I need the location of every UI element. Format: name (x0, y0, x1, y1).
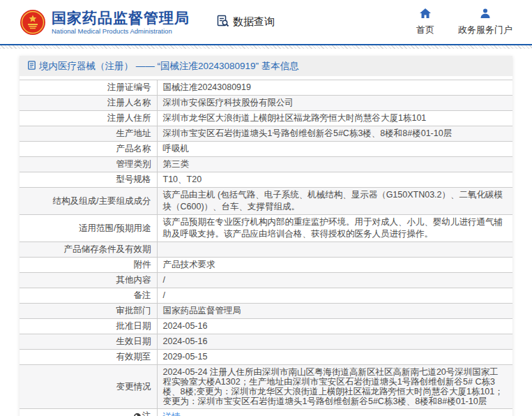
document-icon (28, 61, 39, 72)
field-label: 结构及组成/主要组成成分 (20, 188, 157, 215)
field-value: 第三类 (157, 157, 512, 172)
field-label: 变更情况 (20, 365, 157, 409)
data-query-button[interactable]: 数据查询 (216, 14, 275, 31)
field-label: 审批部门 (20, 304, 157, 319)
note-bulb-icon (134, 413, 141, 416)
table-row: 生效日期 2024-05-16 (20, 334, 512, 350)
field-label: 产品名称 (20, 142, 157, 157)
field-label: 备注 (20, 288, 157, 304)
nav-item-gov-portal[interactable]: 政务服务门户 (458, 8, 512, 36)
table-row: 适用范围/预期用途 该产品预期在专业医疗机构内部的重症监护环境。用于对成人、小儿… (20, 215, 512, 242)
site-title: 国家药品监督管理局 (52, 10, 190, 27)
field-label: 型号规格 (20, 172, 157, 188)
field-label: 产品储存条件及有效期 (20, 242, 157, 258)
field-label: 注册证编号 (20, 80, 157, 96)
table-row: 注册人住所 深圳市龙华区大浪街道上横朗社区福龙路旁恒大时尚慧谷大厦1栋101 (20, 111, 512, 126)
person-icon (480, 8, 490, 21)
field-label: 注 (20, 409, 157, 416)
field-value: 深圳市宝安区石岩街道塘头1号路创维创新谷5#C栋3楼、8楼和8#楼01-10层 (157, 126, 512, 142)
field-value: / (157, 288, 512, 304)
field-value: 2024-05-16 (157, 319, 512, 334)
field-label: 其他内容 (20, 273, 157, 288)
field-label: 管理类别 (20, 157, 157, 172)
table-row: 产品名称 呼吸机 (20, 142, 512, 157)
table-row: 管理类别 第三类 (20, 157, 512, 172)
home-icon (420, 8, 431, 21)
main-content: 境内医疗器械（注册） —— “国械注准20243080919” 基本信息 注册证… (20, 56, 512, 416)
table-row: 结构及组成/主要组成成分 该产品由主机 (包括气路、电子系统、机械结构、显示器（… (20, 188, 512, 215)
site-title-block: 国家药品监督管理局 National Medical Products Admi… (52, 10, 190, 35)
note-label-text: 注 (142, 410, 151, 416)
field-value: 2029-05-15 (157, 350, 512, 365)
table-row: 注册人名称 深圳市安保医疗科技股份有限公司 (20, 96, 512, 111)
nav-item-home-label: 首页 (416, 24, 434, 36)
field-label: 附件 (20, 258, 157, 273)
table-row: 其他内容 / (20, 273, 512, 288)
table-row: 附件 产品技术要求 (20, 258, 512, 273)
breadcrumb-text: 境内医疗器械（注册） —— “国械注准20243080919” 基本信息 (39, 60, 299, 73)
field-label: 适用范围/预期用途 (20, 215, 157, 242)
field-value: 产品技术要求 (157, 258, 512, 273)
header-hatch-strip (0, 45, 532, 49)
field-value: 详情 (157, 409, 512, 416)
field-label: 生效日期 (20, 334, 157, 350)
field-label: 有效期至 (20, 350, 157, 365)
table-row: 注册证编号 国械注准20243080919 (20, 80, 512, 96)
field-value: T10、T20 (157, 172, 512, 188)
field-value: / (157, 273, 512, 288)
breadcrumb: 境内医疗器械（注册） —— “国械注准20243080919” 基本信息 (20, 56, 512, 76)
detail-link[interactable]: 详情 (163, 412, 181, 416)
field-label: 注册人住所 (20, 111, 157, 126)
field-label: 批准日期 (20, 319, 157, 334)
table-row-note: 注 详情 (20, 409, 512, 416)
field-value: 深圳市安保医疗科技股份有限公司 (157, 96, 512, 111)
registration-info-table: 注册证编号 国械注准20243080919 注册人名称 深圳市安保医疗科技股份有… (20, 80, 512, 416)
table-row: 审批部门 国家药品监督管理局 (20, 304, 512, 319)
field-label: 注册人名称 (20, 96, 157, 111)
field-value (157, 242, 512, 258)
field-value: 国家药品监督管理局 (157, 304, 512, 319)
site-subtitle: National Medical Products Administration (52, 27, 190, 35)
nav-item-gov-portal-label: 政务服务门户 (458, 24, 512, 36)
document-search-icon (216, 14, 230, 31)
field-value: 国械注准20243080919 (157, 80, 512, 96)
table-row: 型号规格 T10、T20 (20, 172, 512, 188)
table-row: 有效期至 2029-05-15 (20, 350, 512, 365)
site-header: 国家药品监督管理局 National Medical Products Admi… (0, 0, 532, 44)
nav-item-home[interactable]: 首页 (416, 8, 434, 36)
table-row: 批准日期 2024-05-16 (20, 319, 512, 334)
nmpa-emblem-logo (20, 9, 46, 36)
table-row: 生产地址 深圳市宝安区石岩街道塘头1号路创维创新谷5#C栋3楼、8楼和8#楼01… (20, 126, 512, 142)
field-value: 2024-05-16 (157, 334, 512, 350)
field-value: 2024-05-24 注册人住所由深圳市南山区粤海街道高新区社区高新南七道20号… (157, 365, 512, 409)
field-value: 该产品预期在专业医疗机构内部的重症监护环境。用于对成人、小儿、婴幼儿进行通气辅助… (157, 215, 512, 242)
data-query-label: 数据查询 (233, 15, 275, 29)
table-row: 备注 / (20, 288, 512, 304)
field-label: 生产地址 (20, 126, 157, 142)
header-nav: 首页 政务服务门户 (416, 8, 512, 36)
table-row: 产品储存条件及有效期 (20, 242, 512, 258)
field-value: 该产品由主机 (包括气路、电子系统、机械结构、显示器（G150XTN03.2）、… (157, 188, 512, 215)
field-value: 深圳市龙华区大浪街道上横朗社区福龙路旁恒大时尚慧谷大厦1栋101 (157, 111, 512, 126)
field-value: 呼吸机 (157, 142, 512, 157)
table-row: 变更情况 2024-05-24 注册人住所由深圳市南山区粤海街道高新区社区高新南… (20, 365, 512, 409)
